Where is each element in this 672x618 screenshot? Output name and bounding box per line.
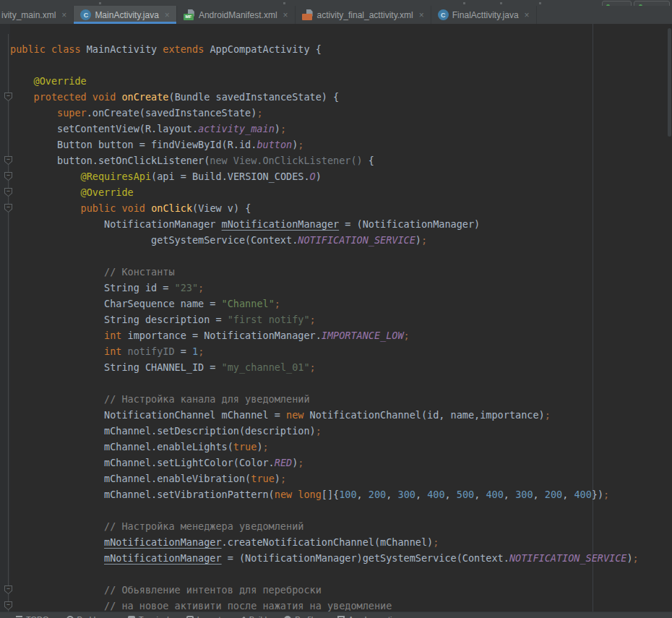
code-line: String CHANNEL_ID = "my_channel_01"; (10, 359, 672, 375)
tab-androidmanifest-xml[interactable]: MFAndroidManifest.xml× (177, 6, 296, 24)
code-line: String id = "23"; (10, 280, 672, 296)
code-line: int importance = NotificationManager.IMP… (10, 327, 672, 343)
toolwindow-button-profiler[interactable]: Profiler (284, 615, 320, 618)
editor-tab-bar: ivity_main.xml×CMainActivity.java×MFAndr… (0, 6, 672, 24)
code-line: String description = "first notify"; (10, 312, 672, 327)
close-icon[interactable]: × (283, 11, 288, 20)
code-editor[interactable]: public class MainActivity extends AppCom… (0, 24, 672, 611)
tool-window-bar: TODOProblemsTerminalLogcatBuildProfilerA… (0, 611, 672, 618)
code-line: int notifyID = 1; (10, 343, 672, 359)
run-button-group[interactable] (602, 1, 632, 6)
code-line: protected void onCreate(Bundle savedInst… (10, 89, 672, 105)
toolwindow-label: App Inspection (348, 615, 401, 618)
code-line: // Обьявление интентов для переброски (10, 582, 672, 598)
code-line: mChannel.enableVibration(true); (10, 471, 672, 486)
code-line: getSystemService(Context.NOTIFICATION_SE… (10, 232, 672, 248)
build-hammer-icon (237, 614, 247, 618)
toolwindow-button-terminal[interactable]: Terminal (128, 615, 169, 618)
code-line: NotificationManager mNotificationManager… (10, 216, 672, 232)
toolwindow-label: Build (249, 615, 267, 618)
code-line: @Override (10, 184, 672, 200)
code-line: // Настройка менеджера уведомлений (10, 518, 672, 534)
code-line: NotificationChannel mChannel = new Notif… (10, 407, 672, 423)
editor-scrollbar[interactable] (667, 24, 672, 611)
code-line: mNotificationManager = (NotificationMana… (10, 550, 672, 566)
code-line (10, 248, 672, 264)
device-button-group[interactable] (634, 1, 670, 6)
scrollbar-thumb[interactable] (668, 28, 671, 137)
tab-activity-final-acttivity-xml[interactable]: activity_final_acttivity.xml× (296, 6, 431, 24)
toolbar-icon-tick (500, 2, 502, 4)
code-line: public class MainActivity extends AppCom… (10, 41, 672, 57)
code-line: // Константы (10, 264, 672, 280)
code-line: Button button = findViewById(R.id.button… (10, 137, 672, 153)
tab-ivity-main-xml[interactable]: ivity_main.xml× (0, 6, 74, 24)
toolwindow-label: Problems (77, 615, 111, 618)
code-line (10, 502, 672, 518)
tab-label: FinalActtivity.java (452, 10, 519, 20)
code-line: setContentView(R.layout.activity_main); (10, 121, 672, 137)
code-line: mChannel.setLightColor(Color.RED); (10, 455, 672, 471)
code-line: @Override (10, 73, 672, 89)
toolwindow-label: Profiler (295, 615, 320, 618)
tab-label: MainActivity.java (95, 10, 158, 20)
code-line (10, 57, 672, 73)
toolbar-icon-tick (463, 2, 465, 4)
code-line: super.onCreate(savedInstanceState); (10, 105, 672, 121)
toolwindow-button-build[interactable]: Build (238, 615, 267, 618)
code-line: // на новое активити после нажатия на ув… (10, 598, 672, 611)
close-icon[interactable]: × (525, 11, 530, 20)
code-line: @RequiresApi(api = Build.VERSION_CODES.O… (10, 168, 672, 184)
tab-finalacttivity-java[interactable]: CFinalActtivity.java× (431, 6, 537, 24)
toolwindow-button-logcat[interactable]: Logcat (186, 615, 221, 618)
tab-mainactivity-java[interactable]: CMainActivity.java× (74, 6, 177, 24)
java-class-icon: C (438, 9, 449, 20)
toolbar-icon-tick (539, 2, 541, 4)
toolwindow-label: Logcat (197, 615, 221, 618)
close-icon[interactable]: × (419, 11, 424, 20)
toolwindow-button-app-inspection[interactable]: App Inspection (337, 615, 401, 618)
toolwindow-button-problems[interactable]: Problems (66, 615, 111, 618)
code-line: CharSequence name = "Channel"; (10, 296, 672, 312)
code-line: mChannel.setVibrationPattern(new long[]{… (10, 486, 672, 502)
toolwindow-label: TODO (26, 615, 49, 618)
layout-xml-icon (302, 9, 314, 21)
code-line: // Настройка канала для уведомлений (10, 391, 672, 407)
code-line (10, 375, 672, 391)
java-class-icon: C (80, 9, 91, 20)
close-icon[interactable]: × (61, 11, 66, 20)
code-line: mNotificationManager.createNotificationC… (10, 534, 672, 550)
ide-window: ivity_main.xml×CMainActivity.java×MFAndr… (0, 0, 672, 618)
tab-label: AndroidManifest.xml (199, 10, 277, 20)
code-area[interactable]: public class MainActivity extends AppCom… (0, 41, 672, 611)
code-line: mChannel.enableLights(true); (10, 439, 672, 455)
code-line: public void onClick(View v) { (10, 200, 672, 216)
tab-label: activity_final_acttivity.xml (317, 10, 413, 20)
toolbar-icon-tick (99, 2, 101, 4)
tab-label: ivity_main.xml (1, 10, 56, 20)
toolbar-icon-tick (283, 2, 285, 4)
toolwindow-button-todo[interactable]: TODO (16, 615, 49, 618)
manifest-icon: MF (184, 9, 195, 21)
code-line: mChannel.setDescription(description); (10, 423, 672, 439)
toolwindow-label: Terminal (139, 615, 169, 618)
code-line: button.setOnClickListener(new View.OnCli… (10, 153, 672, 168)
close-icon[interactable]: × (165, 11, 170, 20)
code-line (10, 566, 672, 582)
top-toolbar (0, 0, 672, 6)
